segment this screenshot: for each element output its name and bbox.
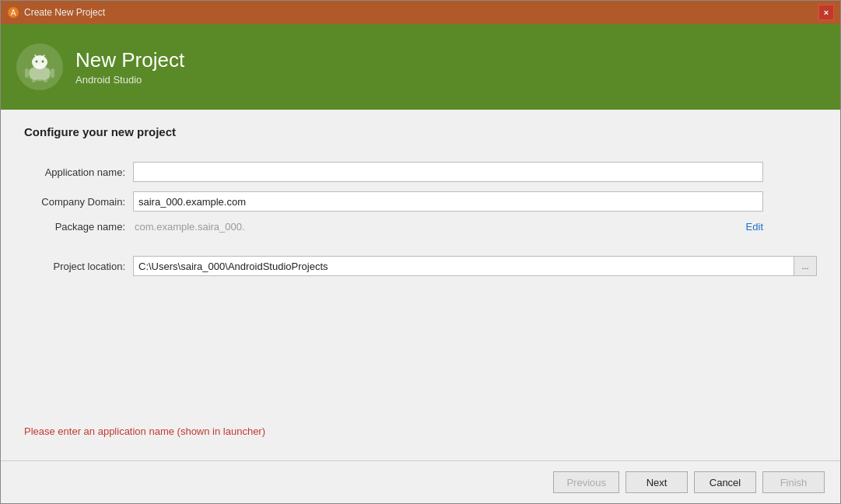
form-area: Application name: Company Domain: Packag… xyxy=(24,162,763,233)
edit-link[interactable]: Edit xyxy=(740,221,763,233)
application-name-input[interactable] xyxy=(133,162,763,182)
header-banner: New Project Android Studio xyxy=(1,24,840,110)
header-title: New Project xyxy=(75,48,184,72)
cancel-button[interactable]: Cancel xyxy=(694,471,756,493)
svg-rect-8 xyxy=(30,68,50,79)
project-location-input[interactable] xyxy=(133,256,794,276)
app-icon: A xyxy=(7,6,19,19)
title-bar: A Create New Project × xyxy=(1,1,840,24)
browse-button[interactable]: ... xyxy=(794,256,817,276)
section-title: Configure your new project xyxy=(24,125,817,138)
svg-rect-10 xyxy=(51,68,54,78)
package-name-label: Package name: xyxy=(24,221,125,233)
svg-point-5 xyxy=(42,61,44,63)
company-domain-input[interactable] xyxy=(133,191,763,212)
package-name-row: Package name: com.example.saira_000. Edi… xyxy=(24,221,763,233)
logo-circle xyxy=(16,44,63,90)
finish-button[interactable]: Finish xyxy=(762,471,825,493)
application-name-label: Application name: xyxy=(24,166,125,178)
svg-rect-12 xyxy=(44,79,47,82)
svg-rect-11 xyxy=(32,79,36,82)
window-title: Create New Project xyxy=(24,7,105,18)
svg-rect-9 xyxy=(25,68,29,78)
previous-button[interactable]: Previous xyxy=(553,471,619,493)
header-text: New Project Android Studio xyxy=(75,48,184,86)
svg-point-3 xyxy=(32,55,47,69)
footer: Previous Next Cancel Finish xyxy=(1,460,840,503)
package-name-value: com.example.saira_000. xyxy=(133,221,732,233)
project-location-row: Project location: ... xyxy=(24,256,817,276)
header-subtitle: Android Studio xyxy=(75,74,184,86)
main-window: A Create New Project × xyxy=(0,0,841,504)
title-bar-left: A Create New Project xyxy=(7,6,105,19)
next-button[interactable]: Next xyxy=(625,471,688,493)
svg-point-4 xyxy=(36,61,38,63)
company-domain-row: Company Domain: xyxy=(24,191,763,212)
error-message: Please enter an application name (shown … xyxy=(24,425,817,445)
svg-text:A: A xyxy=(11,9,16,17)
close-button[interactable]: × xyxy=(818,5,834,20)
project-location-label: Project location: xyxy=(24,261,125,272)
android-logo-icon xyxy=(24,51,55,82)
application-name-row: Application name: xyxy=(24,162,763,182)
company-domain-label: Company Domain: xyxy=(24,196,125,208)
content-area: Configure your new project Application n… xyxy=(1,110,840,460)
